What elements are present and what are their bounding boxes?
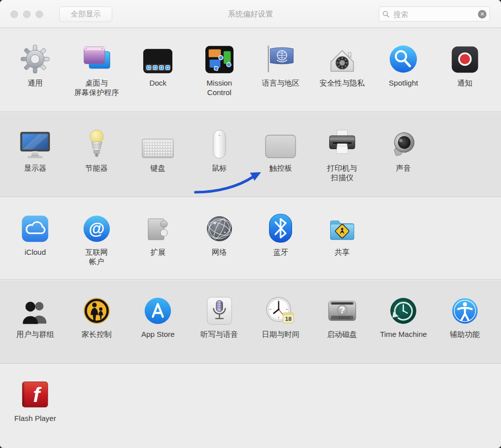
pref-item-general[interactable]: 通用 (5, 43, 66, 88)
at-glyph: @ (89, 219, 105, 238)
keyboard-icon (142, 128, 174, 159)
trackpad-icon (265, 128, 297, 159)
pref-item-extensions[interactable]: 扩展 (127, 212, 189, 257)
lightbulb-icon (86, 128, 107, 159)
accessibility-icon (450, 294, 479, 325)
pref-item-app-store[interactable]: App Store (127, 294, 189, 339)
printer-icon (327, 128, 357, 159)
pref-item-label: 网络 (212, 247, 227, 257)
notifications-icon (450, 43, 479, 74)
at-sign-icon: @ (82, 212, 111, 243)
mouse-icon (212, 128, 227, 159)
pref-item-label: 鼠标 (212, 163, 227, 173)
titlebar: 全部显示 系统偏好设置 ✕ (0, 0, 501, 28)
pref-item-label: 触控板 (270, 163, 292, 173)
un-flag-icon (265, 43, 296, 74)
search-input[interactable] (392, 10, 478, 19)
minimize-button[interactable] (23, 11, 31, 18)
speaker-icon (388, 128, 418, 159)
pref-item-spotlight[interactable]: Spotlight (373, 43, 434, 88)
pref-item-trackpad[interactable]: 触控板 (250, 128, 312, 173)
spotlight-icon (388, 43, 418, 74)
app-store-icon (143, 294, 172, 325)
pref-item-label: Time Machine (380, 329, 427, 339)
pref-item-dock[interactable]: Dock (127, 43, 189, 88)
pref-item-dictation-speech[interactable]: 听写与语音 (189, 294, 250, 339)
pref-item-label: App Store (141, 329, 175, 339)
pref-item-mission-control[interactable]: Mission Control (189, 43, 250, 97)
pref-item-users-groups[interactable]: 用户与群组 (5, 294, 66, 339)
globe-icon (205, 212, 234, 243)
pref-item-security-privacy[interactable]: 安全性与隐私 (312, 43, 373, 88)
pref-item-date-time[interactable]: 18 日期与时间 (250, 294, 312, 339)
microphone-icon (205, 294, 234, 325)
clock-calendar-icon: 18 (265, 294, 296, 325)
pref-item-energy-saver[interactable]: 节能器 (66, 128, 128, 173)
security-house-icon (327, 43, 357, 74)
pref-item-sharing[interactable]: 共享 (312, 212, 373, 257)
calendar-day-number: 18 (285, 315, 292, 322)
pref-item-displays[interactable]: 显示器 (5, 128, 66, 173)
prefs-row-personal: 通用 桌面与 屏幕保护程序 (0, 28, 501, 112)
pref-item-label: 用户与群组 (17, 329, 54, 339)
pref-item-label: 节能器 (85, 163, 108, 173)
pref-item-label: iCloud (25, 247, 46, 257)
pref-item-startup-disk[interactable]: ? 启动磁盘 (312, 294, 373, 339)
shared-folder-icon (327, 212, 357, 243)
mission-control-icon (204, 43, 234, 74)
pref-item-time-machine[interactable]: Time Machine (373, 294, 434, 339)
traffic-lights (11, 11, 43, 18)
startup-disk-icon: ? (327, 294, 358, 325)
close-button[interactable] (11, 11, 18, 18)
pref-item-mouse[interactable]: 鼠标 (189, 128, 250, 173)
icloud-icon (21, 212, 50, 243)
pref-item-label: 家长控制 (82, 329, 112, 339)
prefs-row-internet-network: iCloud @ 互联网 帐户 (0, 197, 501, 279)
pref-item-label: 桌面与 屏幕保护程序 (74, 78, 119, 97)
time-machine-icon (389, 294, 418, 325)
zoom-button[interactable] (36, 11, 43, 18)
pref-item-label: 显示器 (24, 163, 47, 173)
pref-item-label: 打印机与 扫描仪 (327, 163, 357, 182)
pref-item-keyboard[interactable]: 键盘 (127, 128, 189, 173)
pref-item-label: Flash Player (15, 413, 56, 423)
prefs-row-other: f Flash Player (0, 363, 501, 448)
pref-item-flash-player[interactable]: f Flash Player (5, 378, 66, 423)
window-title: 系统偏好设置 (228, 0, 273, 28)
display-icon (19, 128, 51, 159)
pref-item-network[interactable]: 网络 (189, 212, 250, 257)
pref-item-label: Dock (149, 78, 166, 88)
puzzle-icon (144, 212, 172, 243)
pref-item-notifications[interactable]: 通知 (434, 43, 496, 88)
pref-item-desktop-screen-saver[interactable]: 桌面与 屏幕保护程序 (66, 43, 128, 97)
gear-icon (20, 43, 50, 74)
search-field[interactable]: ✕ (379, 7, 490, 22)
prefs-row-system: 用户与群组 家长控制 (0, 279, 501, 363)
search-icon (382, 11, 390, 18)
dock-icon (142, 43, 173, 74)
pref-item-label: 语言与地区 (262, 78, 300, 88)
pref-item-parental-controls[interactable]: 家长控制 (66, 294, 128, 339)
pref-item-label: Mission Control (206, 78, 232, 97)
pref-item-label: 扩展 (150, 247, 165, 257)
pref-item-label: 辅助功能 (450, 329, 480, 339)
pref-item-accessibility[interactable]: 辅助功能 (434, 294, 496, 339)
parental-controls-icon (82, 294, 111, 325)
pref-item-sound[interactable]: 声音 (373, 128, 434, 173)
flash-player-icon: f (21, 378, 49, 409)
clear-search-button[interactable]: ✕ (478, 10, 486, 19)
pref-item-label: 互联网 帐户 (85, 247, 108, 266)
pref-item-label: 通知 (457, 78, 472, 88)
pref-item-icloud[interactable]: iCloud (5, 212, 66, 257)
pref-item-bluetooth[interactable]: 蓝牙 (250, 212, 312, 257)
pref-item-label: 键盘 (150, 163, 165, 173)
pref-item-label: 安全性与隐私 (320, 78, 365, 88)
pref-item-label: 声音 (396, 163, 411, 173)
pref-item-label: Spotlight (389, 78, 418, 88)
pref-item-label: 共享 (335, 247, 350, 257)
show-all-button[interactable]: 全部显示 (59, 7, 112, 22)
pref-item-printers-scanners[interactable]: 打印机与 扫描仪 (312, 128, 373, 182)
question-mark-glyph: ? (339, 305, 345, 315)
pref-item-internet-accounts[interactable]: @ 互联网 帐户 (66, 212, 128, 266)
pref-item-language-region[interactable]: 语言与地区 (250, 43, 312, 88)
